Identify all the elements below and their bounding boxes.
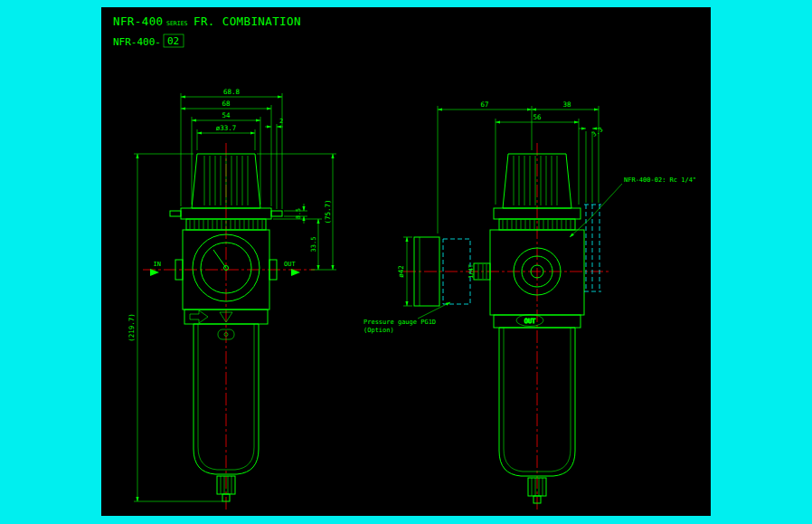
out-label: OUT — [284, 261, 296, 268]
title-product: FR. COMBINATION — [194, 14, 301, 28]
svg-text:38: 38 — [562, 100, 571, 109]
svg-text:(219.7): (219.7) — [127, 313, 136, 342]
svg-text:68.8: 68.8 — [223, 88, 241, 96]
dim-gauge-thread: 1/4T — [467, 264, 475, 279]
svg-text:56: 56 — [533, 113, 542, 121]
svg-text:2: 2 — [279, 118, 283, 125]
cad-screenshot: NFR-400 SERIES FR. COMBINATION NFR-400- … — [0, 0, 812, 524]
svg-text:54: 54 — [222, 111, 231, 119]
svg-text:8.5: 8.5 — [295, 208, 302, 219]
port-note-label: NFR-400-02: Rc 1/4" — [624, 176, 696, 184]
gauge-note-line2: (Option) — [364, 327, 394, 334]
svg-text:ø42: ø42 — [397, 265, 405, 278]
out-mark-label: OUT — [524, 318, 536, 325]
drawing-svg: NFR-400 SERIES FR. COMBINATION NFR-400- … — [0, 0, 812, 524]
svg-text:(75.7): (75.7) — [324, 199, 332, 224]
title-series: SERIES — [166, 20, 188, 27]
svg-text:ø33.7: ø33.7 — [216, 124, 237, 132]
svg-text:33.5: 33.5 — [310, 237, 317, 252]
title-model: NFR-400 — [113, 14, 163, 28]
svg-text:67: 67 — [480, 100, 488, 109]
model-code-value: 02 — [167, 35, 179, 47]
gauge-note-line1: Pressure gauge PG1D — [364, 319, 436, 326]
model-code-prefix: NFR-400- — [113, 36, 161, 48]
drawing-canvas — [101, 7, 711, 516]
svg-text:68: 68 — [222, 100, 231, 108]
in-label: IN — [154, 261, 161, 268]
